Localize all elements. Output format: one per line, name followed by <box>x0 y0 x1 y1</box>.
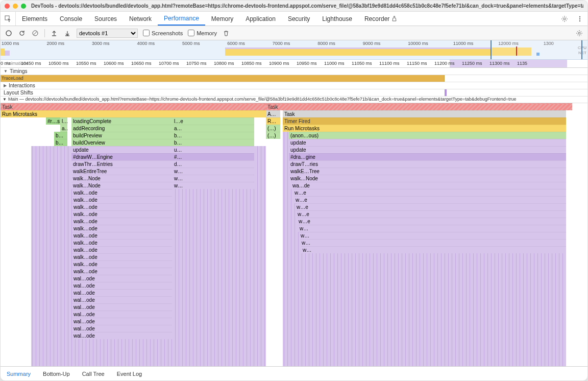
trash-icon[interactable] <box>222 29 230 37</box>
tab-memory[interactable]: Memory <box>205 12 239 26</box>
flame-entry[interactable]: w… <box>298 225 566 232</box>
interactions-header[interactable]: ▶Interactions <box>1 82 587 89</box>
flame-entry[interactable]: b… <box>173 139 254 146</box>
flame-entry[interactable]: walk…ode <box>72 246 172 253</box>
flame-run-microtasks[interactable]: Run Microtasks <box>1 110 266 117</box>
flame-entry[interactable]: w… <box>173 182 254 189</box>
flame-entry[interactable]: walk…Node <box>71 182 173 189</box>
flame-entry[interactable]: wal…ode <box>72 318 172 325</box>
tab-performance[interactable]: Performance <box>158 12 205 26</box>
btab-calltree[interactable]: Call Tree <box>76 371 111 377</box>
flame-entry[interactable]: Task <box>283 110 566 117</box>
flame-entry[interactable]: b… <box>54 139 67 146</box>
btab-bottomup[interactable]: Bottom-Up <box>37 371 76 377</box>
record-icon[interactable] <box>5 29 13 37</box>
tab-sources[interactable]: Sources <box>88 12 123 26</box>
capture-settings-icon[interactable] <box>575 29 583 37</box>
flame-entry[interactable]: walk…ode <box>72 196 172 203</box>
flame-entry[interactable]: w… <box>173 175 254 182</box>
flame-entry[interactable]: addRecording <box>71 125 173 132</box>
flame-entry[interactable]: buildPreview <box>71 132 173 139</box>
timeline-overview[interactable]: 1000 ms2000 ms3000 ms4000 ms5000 ms6000 … <box>1 40 587 60</box>
flame-entry[interactable]: b… <box>54 132 67 139</box>
flame-entry[interactable]: wal…ode <box>72 296 172 303</box>
timings-header[interactable]: ▼Timings <box>1 68 587 75</box>
close-icon[interactable] <box>5 4 10 9</box>
flame-entry[interactable]: (…) <box>266 125 280 132</box>
flame-entry[interactable]: walk…ode <box>72 210 172 218</box>
flame-entry[interactable]: d… <box>173 160 254 168</box>
main-thread-header[interactable]: ▼Main — devtools://devtools/bundled/devt… <box>1 97 587 103</box>
inspect-icon[interactable] <box>1 12 16 26</box>
layout-shift-marker[interactable] <box>445 89 447 96</box>
timeline-ruler[interactable]: Animations 0 ms10450 ms10500 ms10550 ms1… <box>1 60 587 68</box>
flame-entry[interactable]: w… <box>300 239 566 246</box>
maximize-icon[interactable] <box>21 4 26 9</box>
traceload-track[interactable]: TraceLoad <box>1 75 587 82</box>
flame-entry[interactable]: a… <box>173 125 254 132</box>
flame-entry[interactable]: wal…ode <box>72 282 172 289</box>
flame-entry[interactable]: w…e <box>295 203 566 210</box>
download-icon[interactable] <box>63 29 71 37</box>
flame-entry[interactable]: update <box>289 139 566 146</box>
flame-chart[interactable]: Task Run Microtasks Task #r…sl…loadingCo… <box>1 103 587 366</box>
flame-entry[interactable]: wal…ode <box>72 325 172 332</box>
flame-entry[interactable]: walk…ode <box>72 239 172 246</box>
flame-entry[interactable]: update <box>71 146 173 153</box>
flame-entry[interactable]: (…) <box>266 132 280 139</box>
flame-entry[interactable]: w…e <box>296 210 566 218</box>
layoutshifts-header[interactable]: Layout Shifts <box>1 89 587 97</box>
flame-entry[interactable]: a… <box>60 125 67 132</box>
flame-entry[interactable]: update <box>289 146 566 153</box>
flame-entry[interactable]: w…e <box>297 218 566 225</box>
btab-eventlog[interactable]: Event Log <box>111 371 149 377</box>
flame-entry[interactable]: wal…ode <box>72 311 172 318</box>
flame-entry[interactable]: Run Microtasks <box>283 125 566 132</box>
flame-entry[interactable]: R… <box>266 117 280 125</box>
settings-icon[interactable] <box>557 12 572 26</box>
flame-entry[interactable]: walk…ode <box>72 189 172 196</box>
flame-entry[interactable]: walk…ode <box>72 225 172 232</box>
flame-entry[interactable]: walk…ode <box>72 218 172 225</box>
flame-entry[interactable]: w… <box>299 232 566 239</box>
flame-entry[interactable]: (anon…ous) <box>289 132 566 139</box>
flame-entry[interactable]: Timer Fired <box>283 117 566 125</box>
tab-lighthouse[interactable]: Lighthouse <box>316 12 358 26</box>
kebab-icon[interactable] <box>572 12 587 26</box>
tab-elements[interactable]: Elements <box>16 12 54 26</box>
tab-network[interactable]: Network <box>123 12 158 26</box>
flame-entry[interactable]: w…e <box>294 196 566 203</box>
flame-entry[interactable]: drawT…ries <box>289 160 566 168</box>
flame-entry[interactable]: buildOverview <box>71 139 173 146</box>
reload-icon[interactable] <box>18 29 26 37</box>
btab-summary[interactable]: Summary <box>1 371 37 377</box>
flame-entry[interactable]: w… <box>173 168 254 175</box>
context-select[interactable]: devtools #1 <box>77 29 138 38</box>
flame-entry[interactable]: wal…ode <box>72 303 172 311</box>
flame-entry[interactable]: walk…ode <box>72 232 172 239</box>
tab-console[interactable]: Console <box>54 12 88 26</box>
memory-checkbox[interactable]: Memory <box>188 30 217 36</box>
flame-entry[interactable]: wal…ode <box>72 275 172 282</box>
flame-task-2[interactable]: Task <box>266 103 572 110</box>
flame-entry[interactable]: u… <box>173 146 254 153</box>
flame-entry[interactable]: walk…ode <box>72 203 172 210</box>
flame-entry[interactable]: wa…de <box>291 182 566 189</box>
screenshots-checkbox[interactable]: Screenshots <box>143 30 183 36</box>
tab-recorder[interactable]: Recorder <box>358 12 404 26</box>
minimize-icon[interactable] <box>13 4 18 9</box>
flame-entry[interactable]: loadingComplete <box>71 117 173 125</box>
flame-entry[interactable]: walk…Node <box>71 175 173 182</box>
flame-entry[interactable]: walk…ode <box>72 253 172 260</box>
flame-entry[interactable]: walkEntireTree <box>71 168 173 175</box>
flame-entry[interactable]: walkE…Tree <box>289 168 566 175</box>
flame-task[interactable]: Task <box>1 103 266 110</box>
flame-entry[interactable]: A… <box>266 110 280 117</box>
flame-entry[interactable]: wal…ode <box>72 332 172 339</box>
overview-window-handle[interactable] <box>491 40 582 59</box>
flame-entry[interactable]: l… <box>60 117 67 125</box>
flame-entry[interactable]: w…e <box>293 189 566 196</box>
flame-entry[interactable]: #r…s <box>46 117 60 125</box>
clear-icon[interactable] <box>31 29 39 37</box>
flame-entry[interactable]: drawThr…Entries <box>71 160 173 168</box>
